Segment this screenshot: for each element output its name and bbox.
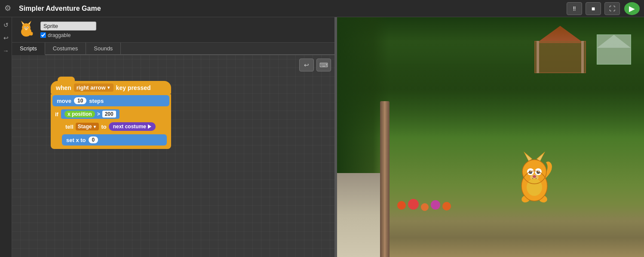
tell-block[interactable]: tell Stage ▼ to next costume xyxy=(62,120,167,133)
stage-dropdown-value: Stage xyxy=(78,124,92,130)
gazebo-col-right xyxy=(581,41,584,73)
if-body: tell Stage ▼ to next costume xyxy=(62,120,167,146)
x-position-value: x position xyxy=(64,111,95,118)
keyboard-icon[interactable]: ⌨ xyxy=(316,59,331,71)
if-block[interactable]: if x position > 200 xyxy=(52,108,169,147)
set-x-label: set x to xyxy=(66,137,86,143)
scripts-toolbar: ↩ ⌨ xyxy=(299,59,331,71)
to-label: to xyxy=(101,124,106,130)
play-arrow-icon xyxy=(148,124,151,129)
stage-dropdown[interactable]: Stage ▼ xyxy=(76,123,99,130)
steps-label: steps xyxy=(89,98,104,104)
stage-area xyxy=(337,17,644,257)
condition-number[interactable]: 200 xyxy=(102,111,116,118)
sprite-draggable-row: draggable xyxy=(40,32,96,38)
when-key-pressed-block[interactable]: when right arrow ▼ key pressed xyxy=(51,81,171,94)
undo-scripts-button[interactable]: ↩ xyxy=(299,59,314,71)
flower-3 xyxy=(421,203,429,211)
gear-icon[interactable]: ⚙ xyxy=(4,3,15,14)
move-label: move xyxy=(57,98,71,104)
main-layout: ↺ ↩ → xyxy=(0,17,644,257)
flower-2 xyxy=(408,199,419,210)
if-header: if x position > 200 xyxy=(55,109,167,119)
app-title: Simpler Adventure Game xyxy=(19,5,562,12)
set-x-block[interactable]: set x to 0 xyxy=(62,134,167,146)
sprite-name-input[interactable] xyxy=(40,22,96,31)
dropdown-arrow-icon: ▼ xyxy=(107,85,111,90)
stage-canvas xyxy=(337,17,644,257)
tab-costumes[interactable]: Costumes xyxy=(45,43,86,54)
when-label: when xyxy=(56,84,71,91)
draggable-checkbox[interactable] xyxy=(40,32,46,38)
next-costume-label: next costume xyxy=(113,124,146,130)
warning-button[interactable]: ‼ xyxy=(567,2,582,15)
tell-label: tell xyxy=(65,124,74,130)
key-dropdown[interactable]: right arrow ▼ xyxy=(74,84,113,92)
gazebo-body xyxy=(534,41,586,73)
tab-scripts[interactable]: Scripts xyxy=(12,43,45,55)
if-label: if xyxy=(55,111,58,118)
next-costume-block[interactable]: next costume xyxy=(109,122,156,131)
key-dropdown-value: right arrow xyxy=(77,84,106,91)
svg-point-9 xyxy=(27,27,28,28)
fullscreen-button[interactable]: ⛶ xyxy=(604,2,620,15)
svg-point-10 xyxy=(25,28,28,30)
move-block[interactable]: move 10 steps xyxy=(52,95,169,106)
wooden-pole xyxy=(380,101,389,257)
gazebo xyxy=(532,26,588,73)
flower-5 xyxy=(442,202,451,211)
sprite-panel: draggable Scripts Costumes Sounds ↩ ⌨ w xyxy=(12,17,334,257)
scripts-area[interactable]: ↩ ⌨ when right arrow ▼ key pressed xyxy=(12,55,334,257)
svg-point-8 xyxy=(25,27,25,28)
undo-icon[interactable]: ↺ xyxy=(2,21,10,29)
tab-sounds[interactable]: Sounds xyxy=(86,43,121,54)
key-pressed-label: key pressed xyxy=(116,84,151,91)
svg-point-25 xyxy=(527,179,542,196)
svg-point-24 xyxy=(533,175,536,178)
sprite-info: draggable xyxy=(40,22,96,38)
gazebo-col-left xyxy=(537,41,539,73)
flower-4 xyxy=(431,200,440,210)
greater-than-operator: > xyxy=(97,111,100,117)
sprite-thumbnail xyxy=(16,20,36,40)
block-stack: move 10 steps if x position > xyxy=(51,94,171,149)
set-x-value[interactable]: 0 xyxy=(89,136,98,143)
gazebo-roof xyxy=(537,26,584,43)
move-value[interactable]: 10 xyxy=(74,97,86,104)
top-bar-center: ‼ ■ ⛶ xyxy=(567,2,620,15)
top-bar-right: ▶ xyxy=(624,2,640,15)
greenhouse-roof xyxy=(597,35,631,48)
sprite-character xyxy=(511,149,558,205)
arrow-icon[interactable]: → xyxy=(2,46,10,55)
stop-button[interactable]: ■ xyxy=(586,2,601,15)
blocks-container: when right arrow ▼ key pressed move 10 xyxy=(51,81,171,149)
draggable-label: draggable xyxy=(48,32,71,38)
flower-bed xyxy=(393,197,601,223)
sprite-header: draggable xyxy=(12,17,334,43)
stage-dropdown-arrow: ▼ xyxy=(92,124,97,129)
flower-1 xyxy=(397,201,406,210)
greenhouse xyxy=(597,34,631,65)
green-flag-button[interactable]: ▶ xyxy=(624,2,640,15)
top-bar: ⚙ Simpler Adventure Game ‼ ■ ⛶ ▶ xyxy=(0,0,644,17)
stone-path xyxy=(337,173,380,257)
left-sidebar: ↺ ↩ → xyxy=(0,17,12,257)
redo-icon[interactable]: ↩ xyxy=(2,34,10,42)
tabs-bar: Scripts Costumes Sounds xyxy=(12,43,334,55)
condition-block[interactable]: x position > 200 xyxy=(61,109,120,119)
